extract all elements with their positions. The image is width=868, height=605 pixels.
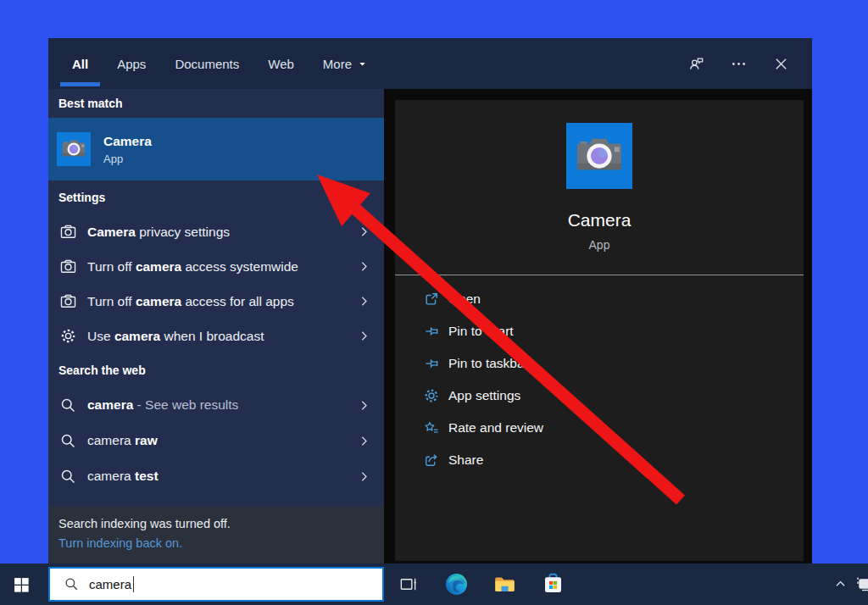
best-match-result-camera[interactable]: Camera App [48,118,384,180]
camera-outline-icon [59,292,77,310]
pin-icon [423,323,440,340]
settings-result-label: Turn off camera access for all apps [87,294,358,309]
tabbar-icon-group [687,55,790,73]
action-label: Open [448,291,481,307]
settings-result[interactable]: Camera privacy settings [48,214,384,249]
search-flyout-window: AllAppsDocumentsWebMore Best match Camer… [48,38,812,563]
tab-apps[interactable]: Apps [117,38,146,89]
user-feedback-icon[interactable] [687,55,705,73]
open-icon [423,291,440,308]
tray-overflow-icon[interactable] [854,563,868,605]
action-label: Rate and review [448,420,543,436]
settings-header: Settings [48,180,384,214]
web-suggestion[interactable]: camera - See web results [48,387,384,423]
text-cursor [133,576,134,592]
tab-all[interactable]: All [72,38,88,89]
web-suggestion-label: camera - See web results [87,397,358,413]
chevron-right-icon [358,470,370,483]
taskbar-edge-button[interactable] [437,563,476,605]
pin-icon [423,355,440,372]
chevron-up-icon [833,577,848,591]
search-the-web-header: Search the web [48,353,384,387]
tab-list: AllAppsDocumentsWebMore [72,38,396,89]
preview-app-title: Camera [568,210,632,230]
chevron-up-button[interactable] [826,563,854,605]
system-tray [826,563,868,605]
app-preview-panel: Camera App OpenPin to StartPin to taskba… [395,100,804,561]
action-pin-to-taskbar[interactable]: Pin to taskbar [423,347,804,380]
action-pin-to-start[interactable]: Pin to Start [423,315,804,347]
taskbar-task-view-button[interactable] [388,563,427,605]
web-suggestion-list: camera - See web resultscamera rawcamera… [48,387,384,494]
windows-start-icon [13,576,30,593]
action-app-settings[interactable]: App settings [423,380,804,412]
camera-outline-icon [59,223,77,241]
tab-more[interactable]: More [323,38,367,89]
gear-icon [59,327,77,345]
web-suggestion-label: camera raw [87,433,358,448]
settings-result-list: Camera privacy settingsTurn off camera a… [48,214,384,353]
settings-result[interactable]: Use camera when I broadcast [48,319,384,353]
taskbar: camera [0,563,868,605]
edge-icon [444,572,469,597]
chevron-right-icon [358,330,370,342]
web-suggestion[interactable]: camera test [48,458,384,494]
tab-documents[interactable]: Documents [175,38,239,89]
settings-result-label: Use camera when I broadcast [87,329,358,344]
more-options-icon[interactable] [730,55,748,73]
search-icon [59,432,77,450]
microsoft-store-icon [541,572,565,597]
share-icon [423,452,440,469]
camera-app-icon [57,132,91,166]
close-icon[interactable] [772,55,790,73]
action-label: App settings [448,388,520,403]
search-tab-bar: AllAppsDocumentsWebMore [48,38,812,89]
preview-divider [395,275,804,275]
indexing-notice-text: Search indexing was turned off. [58,517,384,530]
gear-icon [423,387,440,404]
caret-down-icon [358,59,367,69]
web-suggestion-label: camera test [87,469,358,484]
best-match-subtitle: App [103,153,152,165]
start-button[interactable] [0,563,42,605]
action-open[interactable]: Open [423,283,804,315]
taskbar-search-value: camera [89,577,131,591]
settings-result[interactable]: Turn off camera access systemwide [48,249,384,284]
action-share[interactable]: Share [423,444,804,476]
web-suggestion[interactable]: camera raw [48,423,384,458]
chevron-right-icon [358,225,370,238]
search-icon [59,397,77,414]
task-view-icon [398,574,418,594]
settings-result-label: Camera privacy settings [87,225,358,240]
taskbar-file-explorer-button[interactable] [485,563,524,605]
file-explorer-icon [492,572,517,597]
left-panel-spacer [48,494,384,506]
action-label: Share [448,452,483,468]
settings-result[interactable]: Turn off camera access for all apps [48,284,384,319]
preview-app-subtitle: App [589,238,610,252]
chevron-right-icon [358,435,370,447]
settings-result-label: Turn off camera access systemwide [87,259,358,275]
app-action-list: OpenPin to StartPin to taskbarApp settin… [395,283,804,476]
chevron-right-icon [358,399,370,412]
action-label: Pin to taskbar [448,356,529,371]
search-icon [59,468,77,486]
best-match-header: Best match [48,89,384,118]
action-label: Pin to Start [448,324,514,339]
taskbar-microsoft-store-button[interactable] [533,563,572,605]
best-match-title: Camera [103,134,152,149]
taskbar-search-box[interactable]: camera [48,567,384,602]
results-panel: Best match Camera App Settings Camera pr… [48,89,384,563]
tab-web[interactable]: Web [268,38,294,89]
camera-app-icon-large [566,123,632,189]
chevron-right-icon [358,260,370,273]
turn-indexing-on-link[interactable]: Turn indexing back on. [58,536,384,550]
chevron-right-icon [358,295,370,308]
action-rate-and-review[interactable]: Rate and review [423,412,804,444]
indexing-notice: Search indexing was turned off. Turn ind… [48,506,384,563]
camera-outline-icon [59,258,77,275]
rate-icon [423,419,440,436]
preview-panel-outer: Camera App OpenPin to StartPin to taskba… [384,89,812,563]
search-icon [64,576,80,592]
